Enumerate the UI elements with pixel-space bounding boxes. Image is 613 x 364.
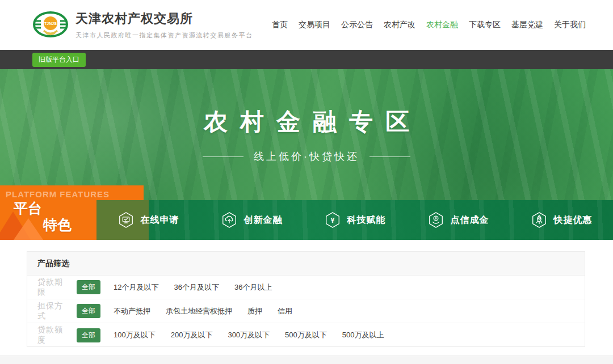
- filter-label: 担保方式: [37, 301, 70, 321]
- logo-monogram: TJNJS: [44, 22, 57, 26]
- old-platform-entry-button[interactable]: 旧版平台入口: [32, 53, 86, 67]
- tab-label: 点信成金: [451, 214, 489, 226]
- filter-row-loan-amount: 贷款额度 全部 100万及以下 200万及以下 300万及以下 500万及以下 …: [27, 323, 585, 347]
- filter-options: 100万及以下 200万及以下 300万及以下 500万及以下 500万及以上: [114, 330, 384, 340]
- filter-option[interactable]: 500万及以上: [342, 330, 384, 340]
- feature-tab-strip: 在线申请 创新金融 ¥ 科技赋能: [96, 200, 613, 240]
- filter-option[interactable]: 质押: [247, 306, 262, 316]
- filter-label: 贷款期限: [37, 277, 70, 298]
- tab-quick-discount[interactable]: 快捷优惠: [510, 200, 613, 240]
- hero-subtitle: 线上低价·快贷快还: [254, 150, 359, 163]
- filter-all-badge[interactable]: 全部: [77, 328, 100, 342]
- footer-strip: [0, 355, 613, 364]
- filter-options: 不动产抵押 承包土地经营权抵押 质押 信用: [114, 306, 292, 316]
- nav-item-downloads[interactable]: 下载专区: [469, 20, 501, 30]
- product-filter-panel: 产品筛选 贷款期限 全部 12个月及以下 36个月及以下 36个月以上 担保方式…: [27, 251, 585, 347]
- filter-option[interactable]: 500万及以下: [285, 330, 327, 340]
- hero-banner: 农村金融专区 线上低价·快贷快还 PLATFORM FEATURES 平台 特色: [0, 69, 613, 240]
- site-logo-icon: TJNJS: [32, 7, 69, 43]
- subtitle-rule-left: [203, 156, 243, 157]
- nav-item-projects[interactable]: 交易项目: [299, 20, 330, 30]
- subtitle-rule-right: [370, 156, 410, 157]
- filter-option[interactable]: 承包土地经营权抵押: [166, 306, 232, 316]
- feature-tabs: 在线申请 创新金融 ¥ 科技赋能: [96, 200, 613, 240]
- filter-option[interactable]: 36个月以上: [234, 282, 272, 293]
- site-subtitle: 天津市人民政府唯一指定集体资产资源流转交易服务平台: [75, 31, 253, 40]
- yen-icon: ¥: [324, 211, 341, 228]
- monitor-check-icon: [117, 211, 135, 228]
- hero-subtitle-row: 线上低价·快贷快还: [0, 150, 613, 163]
- nav-item-about[interactable]: 关于我们: [554, 20, 586, 30]
- tab-label: 在线申请: [141, 214, 179, 226]
- tab-label: 科技赋能: [347, 214, 386, 226]
- nav-item-rural-reform[interactable]: 农村产改: [384, 20, 415, 30]
- filter-option[interactable]: 36个月及以下: [174, 282, 219, 293]
- top-utility-bar: 旧版平台入口: [0, 50, 613, 69]
- filter-option[interactable]: 200万及以下: [171, 330, 213, 340]
- tab-credit-to-gold[interactable]: 点信成金: [406, 200, 510, 240]
- filter-option[interactable]: 信用: [278, 306, 292, 316]
- tab-label: 快捷优惠: [554, 214, 593, 226]
- page: TJNJS 天津农村产权交易所 天津市人民政府唯一指定集体资产资源流转交易服务平…: [0, 0, 613, 364]
- filter-all-badge[interactable]: 全部: [77, 304, 100, 318]
- platform-features-en-label: PLATFORM FEATURES: [0, 185, 144, 199]
- nav-item-party-building[interactable]: 基层党建: [511, 20, 543, 30]
- tab-label: 创新金融: [244, 214, 283, 226]
- filter-option[interactable]: 300万及以下: [228, 330, 270, 340]
- tab-innovative-finance[interactable]: 创新金融: [200, 200, 303, 240]
- tab-tech-empowerment[interactable]: ¥ 科技赋能: [303, 200, 406, 240]
- site-header: TJNJS 天津农村产权交易所 天津市人民政府唯一指定集体资产资源流转交易服务平…: [0, 0, 613, 50]
- filter-row-loan-term: 贷款期限 全部 12个月及以下 36个月及以下 36个月以上: [27, 276, 585, 299]
- tab-online-apply[interactable]: 在线申请: [96, 200, 200, 240]
- site-title: 天津农村产权交易所: [75, 10, 253, 27]
- filter-row-guarantee-method: 担保方式 全部 不动产抵押 承包土地经营权抵押 质押 信用: [27, 299, 585, 323]
- brand-block: 天津农村产权交易所 天津市人民政府唯一指定集体资产资源流转交易服务平台: [75, 10, 253, 40]
- cloud-upload-icon: [221, 211, 238, 228]
- filter-option[interactable]: 不动产抵押: [114, 306, 150, 316]
- rocket-icon: [531, 211, 548, 228]
- filter-all-badge[interactable]: 全部: [77, 280, 100, 294]
- hero-title: 农村金融专区: [191, 110, 422, 134]
- hero-content: 农村金融专区 线上低价·快贷快还: [0, 69, 613, 163]
- filter-option[interactable]: 12个月及以下: [114, 282, 158, 293]
- filter-panel-title: 产品筛选: [37, 259, 69, 269]
- nav-item-rural-finance[interactable]: 农村金融: [426, 20, 458, 30]
- hand-coin-icon: [427, 211, 444, 228]
- filter-option[interactable]: 100万及以下: [114, 330, 156, 340]
- nav-item-announcements[interactable]: 公示公告: [341, 20, 373, 30]
- filter-panel-header: 产品筛选: [27, 252, 585, 276]
- svg-text:¥: ¥: [330, 217, 334, 225]
- nav-item-home[interactable]: 首页: [272, 20, 288, 30]
- main-nav: 首页 交易项目 公示公告 农村产改 农村金融 下载专区 基层党建 关于我们: [272, 20, 586, 30]
- filter-label: 贷款额度: [37, 325, 70, 345]
- filter-options: 12个月及以下 36个月及以下 36个月以上: [114, 282, 272, 293]
